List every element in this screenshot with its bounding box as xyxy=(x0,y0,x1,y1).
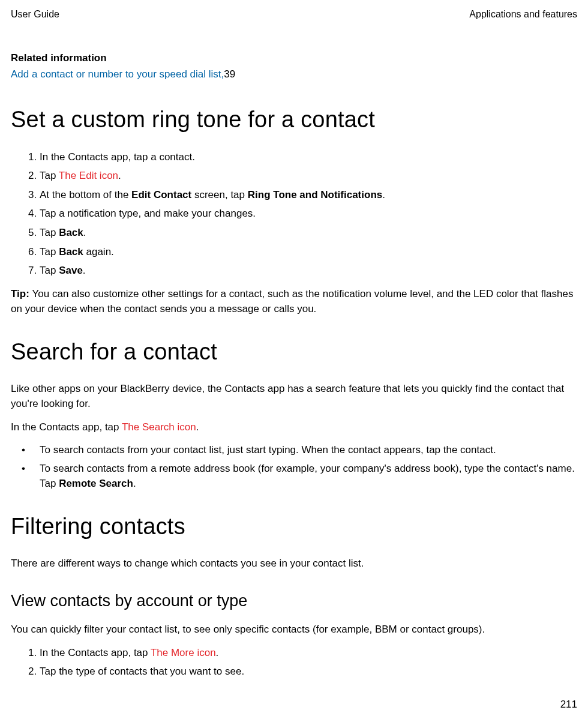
search-instruction: In the Contacts app, tap The Search icon… xyxy=(11,420,577,435)
subsection-heading-view-by-account: View contacts by account or type xyxy=(11,589,577,613)
view-by-account-intro: You can quickly filter your contact list… xyxy=(11,622,577,637)
search-bullet-2: To search contacts from a remote address… xyxy=(22,462,577,491)
section-heading-ringtone: Set a custom ring tone for a contact xyxy=(11,103,577,136)
search-bullet-1: To search contacts from your contact lis… xyxy=(22,443,577,458)
step-3: At the bottom of the Edit Contact screen… xyxy=(40,188,577,203)
step-7: Tap Save. xyxy=(40,263,577,278)
step-2: Tap The Edit icon. xyxy=(40,169,577,184)
view-by-account-steps: In the Contacts app, tap The More icon. … xyxy=(11,646,577,679)
related-info-line: Add a contact or number to your speed di… xyxy=(11,67,577,82)
page-header: User Guide Applications and features xyxy=(11,7,577,21)
tip-paragraph: Tip: You can also customize other settin… xyxy=(11,287,577,316)
step-5: Tap Back. xyxy=(40,226,577,241)
search-icon: The Search icon xyxy=(122,421,196,433)
more-icon: The More icon xyxy=(151,647,216,658)
filter-step-1: In the Contacts app, tap The More icon. xyxy=(40,646,577,661)
search-bullets: To search contacts from your contact lis… xyxy=(11,443,577,491)
header-left: User Guide xyxy=(11,7,59,21)
step-4: Tap a notification type, and make your c… xyxy=(40,206,577,221)
header-right: Applications and features xyxy=(469,7,577,21)
filter-step-2: Tap the type of contacts that you want t… xyxy=(40,664,577,679)
ringtone-steps: In the Contacts app, tap a contact. Tap … xyxy=(11,150,577,278)
related-link-page: 39 xyxy=(224,68,235,80)
step-1: In the Contacts app, tap a contact. xyxy=(40,150,577,165)
related-link[interactable]: Add a contact or number to your speed di… xyxy=(11,68,224,80)
related-info-heading: Related information xyxy=(11,51,577,66)
step-6: Tap Back again. xyxy=(40,245,577,260)
filtering-intro: There are different ways to change which… xyxy=(11,556,577,571)
section-heading-search: Search for a contact xyxy=(11,335,577,369)
page-number: 211 xyxy=(560,697,577,712)
section-heading-filtering: Filtering contacts xyxy=(11,510,577,543)
tip-label: Tip: xyxy=(11,288,32,299)
edit-icon: The Edit icon xyxy=(59,170,118,181)
tip-text: You can also customize other settings fo… xyxy=(11,288,573,314)
search-intro: Like other apps on your BlackBerry devic… xyxy=(11,382,577,411)
